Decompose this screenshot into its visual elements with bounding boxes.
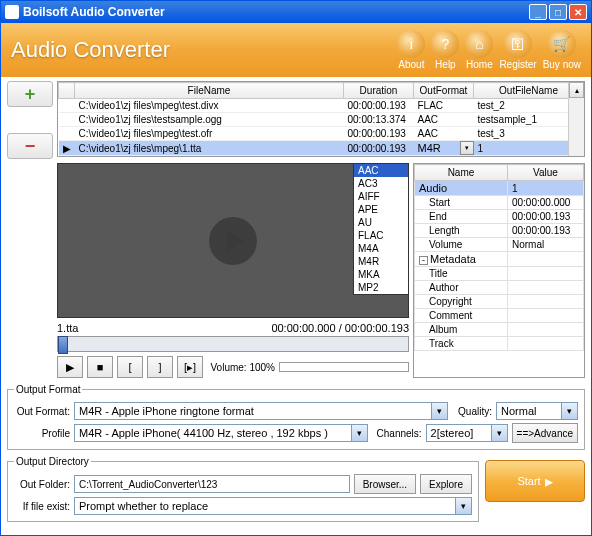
table-row[interactable]: C:\video1\zj files\testsample.ogg00:00:1… bbox=[59, 113, 584, 127]
advance-button[interactable]: ==>Advance bbox=[512, 423, 578, 443]
info-icon: i bbox=[397, 30, 425, 58]
profile-select[interactable]: M4R - Apple iPhone( 44100 Hz, stereo , 1… bbox=[74, 424, 368, 442]
app-title: Audio Converter bbox=[11, 37, 397, 63]
col-value[interactable]: Value bbox=[507, 165, 583, 181]
collapse-icon[interactable]: - bbox=[419, 256, 428, 265]
prop-row[interactable]: Start00:00:00.000 bbox=[415, 196, 584, 210]
stop-button[interactable]: ■ bbox=[87, 356, 113, 378]
home-icon: ⌂ bbox=[465, 30, 493, 58]
add-file-button[interactable]: + bbox=[7, 81, 53, 107]
properties-panel: NameValue Audio1 Start00:00:00.000 End00… bbox=[413, 163, 585, 378]
buy-button[interactable]: 🛒Buy now bbox=[543, 30, 581, 70]
mark-in-button[interactable]: [ bbox=[117, 356, 143, 378]
format-dropdown-arrow[interactable]: ▾ bbox=[460, 141, 474, 155]
home-button[interactable]: ⌂Home bbox=[465, 30, 493, 70]
col-duration[interactable]: Duration bbox=[344, 83, 414, 99]
preview-time: 00:00:00.000 / 00:00:00.193 bbox=[271, 322, 409, 334]
file-exist-select[interactable]: Prompt whether to replace bbox=[74, 497, 472, 515]
out-format-select[interactable]: M4R - Apple iPhone ringtone format bbox=[74, 402, 448, 420]
format-option[interactable]: MP2 bbox=[354, 281, 408, 294]
out-folder-label: Out Folder: bbox=[14, 479, 70, 490]
prop-row[interactable]: Album bbox=[415, 323, 584, 337]
minimize-button[interactable]: _ bbox=[529, 4, 547, 20]
prop-row[interactable]: Title bbox=[415, 267, 584, 281]
table-row[interactable]: C:\video1\zj files\mpeg\test.divx00:00:0… bbox=[59, 99, 584, 113]
prop-row[interactable]: Audio1 bbox=[415, 181, 584, 196]
header: Audio Converter iAbout ?Help ⌂Home ⚿Regi… bbox=[1, 23, 591, 77]
prop-row[interactable]: Author bbox=[415, 281, 584, 295]
table-row[interactable]: C:\video1\zj files\mpeg\test.ofr00:00:00… bbox=[59, 127, 584, 141]
format-option[interactable]: FLAC bbox=[354, 229, 408, 242]
format-dropdown-list[interactable]: AAC AC3 AIFF APE AU FLAC M4A M4R MKA MP2 bbox=[353, 163, 409, 295]
scroll-up-icon[interactable]: ▴ bbox=[569, 82, 584, 98]
about-button[interactable]: iAbout bbox=[397, 30, 425, 70]
file-exist-label: If file exist: bbox=[14, 501, 70, 512]
profile-label: Profile bbox=[14, 428, 70, 439]
channels-label: Channels: bbox=[372, 428, 422, 439]
prop-row[interactable]: Comment bbox=[415, 309, 584, 323]
format-option[interactable]: AIFF bbox=[354, 190, 408, 203]
volume-label: Volume: 100% bbox=[211, 362, 276, 373]
play-overlay-icon[interactable] bbox=[209, 217, 257, 265]
preview-filename: 1.tta bbox=[57, 322, 78, 334]
explore-button[interactable]: Explore bbox=[420, 474, 472, 494]
file-table[interactable]: FileName Duration OutFormat OutFileName … bbox=[57, 81, 585, 157]
format-option[interactable]: AC3 bbox=[354, 177, 408, 190]
app-icon bbox=[5, 5, 19, 19]
help-button[interactable]: ?Help bbox=[431, 30, 459, 70]
play-button[interactable]: ▶ bbox=[57, 356, 83, 378]
close-button[interactable]: ✕ bbox=[569, 4, 587, 20]
prop-row[interactable]: Track bbox=[415, 337, 584, 351]
format-option[interactable]: AAC bbox=[354, 164, 408, 177]
col-outformat[interactable]: OutFormat bbox=[414, 83, 474, 99]
table-row-selected[interactable]: ▶C:\video1\zj files\mpeg\1.tta00:00:00.1… bbox=[59, 141, 584, 156]
browse-button[interactable]: Browser... bbox=[354, 474, 416, 494]
format-option[interactable]: M4A bbox=[354, 242, 408, 255]
maximize-button[interactable]: □ bbox=[549, 4, 567, 20]
seek-slider[interactable] bbox=[57, 336, 409, 352]
channels-select[interactable]: 2[stereo] bbox=[426, 424, 508, 442]
prop-row[interactable]: -Metadata bbox=[415, 252, 584, 267]
out-format-label: Out Format: bbox=[14, 406, 70, 417]
output-format-group: Output Format Out Format: M4R - Apple iP… bbox=[7, 384, 585, 450]
col-filename[interactable]: FileName bbox=[75, 83, 344, 99]
quality-label: Quality: bbox=[452, 406, 492, 417]
volume-slider[interactable] bbox=[279, 362, 409, 372]
help-icon: ? bbox=[431, 30, 459, 58]
format-option[interactable]: AU bbox=[354, 216, 408, 229]
app-window: Boilsoft Audio Converter _ □ ✕ Audio Con… bbox=[0, 0, 592, 536]
table-scrollbar[interactable]: ▴ bbox=[568, 82, 584, 156]
format-option[interactable]: MKA bbox=[354, 268, 408, 281]
out-folder-input[interactable] bbox=[74, 475, 350, 493]
cart-icon: 🛒 bbox=[548, 30, 576, 58]
col-outfilename[interactable]: OutFileName bbox=[474, 83, 584, 99]
output-directory-group: Output Directory Out Folder: Browser... … bbox=[7, 456, 479, 522]
seek-thumb[interactable] bbox=[58, 336, 68, 354]
prop-row[interactable]: Copyright bbox=[415, 295, 584, 309]
register-button[interactable]: ⚿Register bbox=[499, 30, 536, 70]
prop-row[interactable]: End00:00:00.193 bbox=[415, 210, 584, 224]
window-title: Boilsoft Audio Converter bbox=[23, 5, 529, 19]
titlebar: Boilsoft Audio Converter _ □ ✕ bbox=[1, 1, 591, 23]
mark-range-button[interactable]: [▸] bbox=[177, 356, 203, 378]
key-icon: ⚿ bbox=[504, 30, 532, 58]
format-option[interactable]: M4R bbox=[354, 255, 408, 268]
remove-file-button[interactable]: − bbox=[7, 133, 53, 159]
col-name[interactable]: Name bbox=[415, 165, 508, 181]
prop-row[interactable]: VolumeNormal bbox=[415, 238, 584, 252]
prop-row[interactable]: Length00:00:00.193 bbox=[415, 224, 584, 238]
format-option[interactable]: APE bbox=[354, 203, 408, 216]
start-button[interactable]: Start bbox=[485, 460, 585, 502]
quality-select[interactable]: Normal bbox=[496, 402, 578, 420]
mark-out-button[interactable]: ] bbox=[147, 356, 173, 378]
